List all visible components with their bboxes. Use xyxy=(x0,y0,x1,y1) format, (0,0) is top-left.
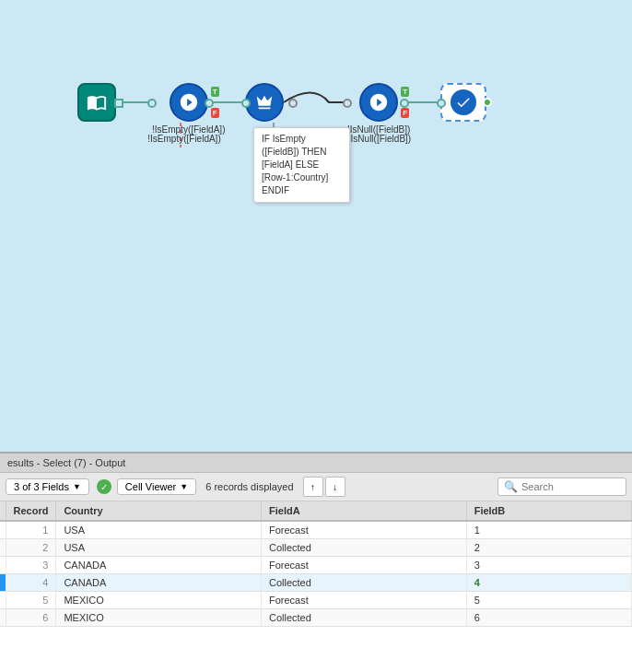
tooltip-line2: ([FieldB]) THEN xyxy=(262,146,342,159)
results-table: Record Country FieldA FieldB 1USAForecas… xyxy=(0,501,632,627)
cell-viewer-arrow: ▼ xyxy=(180,482,188,491)
cell-fieldb: 4 xyxy=(466,574,631,592)
table-header-row: Record Country FieldA FieldB xyxy=(0,501,632,521)
filter1-expr-label: !IsEmpty([FieldA]) xyxy=(143,134,226,144)
fields-selector-button[interactable]: 3 of 3 Fields ▼ xyxy=(6,478,89,495)
conn-filter1-in xyxy=(147,99,157,108)
search-icon: 🔍 xyxy=(504,480,518,493)
th-country[interactable]: Country xyxy=(56,501,262,521)
cell-fielda: Collected xyxy=(262,574,467,592)
search-input[interactable] xyxy=(521,481,620,492)
table-row[interactable]: 2USACollected2 xyxy=(0,539,632,557)
cell-country: MEXICO xyxy=(56,592,262,609)
data-table: Record Country FieldA FieldB 1USAForecas… xyxy=(0,501,632,672)
table-body: 1USAForecast12USACollected23CANADAForeca… xyxy=(0,521,632,627)
cell-record: 3 xyxy=(6,557,56,574)
tooltip-line1: IF IsEmpty xyxy=(262,133,342,146)
filter1-false-badge: F xyxy=(211,108,219,118)
cell-fielda: Collected xyxy=(262,609,467,627)
conn-filter2-out xyxy=(400,99,409,108)
cell-record: 1 xyxy=(6,521,56,539)
th-fielda[interactable]: FieldA xyxy=(262,501,467,521)
cell-fieldb: 1 xyxy=(466,521,631,539)
filter2-true-badge: T xyxy=(401,87,409,97)
cell-fieldb: 3 xyxy=(466,557,631,574)
search-box: 🔍 xyxy=(497,477,626,496)
cell-country: USA xyxy=(56,521,262,539)
cell-record: 6 xyxy=(6,609,56,627)
fields-dropdown-arrow: ▼ xyxy=(73,482,81,491)
cell-country: CANADA xyxy=(56,557,262,574)
cell-fieldb: 2 xyxy=(466,539,631,557)
cell-fielda: Forecast xyxy=(262,592,467,609)
book-node-icon xyxy=(77,83,116,122)
output-node[interactable] xyxy=(440,83,486,122)
conn-filter2-in xyxy=(343,99,352,108)
filter1-node[interactable]: T F !IsEmpty([FieldA]) xyxy=(152,83,225,136)
conn-crown-in xyxy=(241,99,251,108)
cell-record: 2 xyxy=(6,539,56,557)
th-fieldb[interactable]: FieldB xyxy=(466,501,631,521)
tooltip-line3: [FieldA] ELSE xyxy=(262,159,342,171)
cell-fielda: Forecast xyxy=(262,557,467,574)
th-record[interactable]: Record xyxy=(6,501,56,521)
nav-down-button[interactable]: ↓ xyxy=(325,477,345,497)
table-row[interactable]: 4CANADACollected4 xyxy=(0,574,632,592)
filter2-expr-label: !IsNull([FieldB]) xyxy=(338,134,421,144)
cell-country: CANADA xyxy=(56,574,262,592)
table-row[interactable]: 3CANADAForecast3 xyxy=(0,557,632,574)
cell-viewer-label: Cell Viewer xyxy=(125,481,176,492)
filter2-false-badge: F xyxy=(401,108,409,118)
results-toolbar: 3 of 3 Fields ▼ ✓ Cell Viewer ▼ 6 record… xyxy=(0,473,632,501)
cell-fielda: Collected xyxy=(262,539,467,557)
filter1-true-badge: T xyxy=(211,87,219,97)
nav-arrows-group: ↑ ↓ xyxy=(303,477,345,497)
filter2-node[interactable]: T F !IsNull([FieldB]) xyxy=(347,83,410,136)
cell-fieldb: 5 xyxy=(466,592,631,609)
results-title: esults - Select (7) - Output xyxy=(7,457,125,468)
cell-record: 5 xyxy=(6,592,56,609)
results-title-bar: esults - Select (7) - Output xyxy=(0,454,632,473)
workflow-canvas: T F !IsEmpty([FieldA]) T F !IsNull([Fiel… xyxy=(0,0,632,452)
cell-record: 4 xyxy=(6,574,56,592)
check-icon: ✓ xyxy=(97,479,111,494)
cell-fielda: Forecast xyxy=(262,521,467,539)
book-node[interactable] xyxy=(77,83,116,122)
nav-up-button[interactable]: ↑ xyxy=(303,477,323,497)
cell-viewer-button[interactable]: Cell Viewer ▼ xyxy=(117,478,196,495)
filter1-node-icon: T F xyxy=(170,83,208,122)
crown-tooltip: IF IsEmpty ([FieldB]) THEN [FieldA] ELSE… xyxy=(253,127,350,203)
conn-crown-out xyxy=(288,99,298,108)
tooltip-line4: [Row-1:Country] xyxy=(262,171,342,184)
cell-country: USA xyxy=(56,539,262,557)
output-node-icon xyxy=(440,83,486,122)
conn-output-in xyxy=(437,99,446,108)
cell-fieldb: 6 xyxy=(466,609,631,627)
crown-node[interactable] xyxy=(245,83,284,122)
conn-filter1-out xyxy=(205,99,214,108)
crown-node-icon xyxy=(245,83,284,122)
cell-country: MEXICO xyxy=(56,609,262,627)
table-row[interactable]: 5MEXICOForecast5 xyxy=(0,592,632,609)
conn-book-out xyxy=(114,99,123,108)
table-row[interactable]: 6MEXICOCollected6 xyxy=(0,609,632,627)
fields-selector-label: 3 of 3 Fields xyxy=(14,481,69,492)
connections-svg xyxy=(0,0,632,452)
table-row[interactable]: 1USAForecast1 xyxy=(0,521,632,539)
tooltip-line5: ENDIF xyxy=(262,184,342,197)
filter2-node-icon: T F xyxy=(359,83,398,122)
results-panel: esults - Select (7) - Output 3 of 3 Fiel… xyxy=(0,452,632,672)
records-count: 6 records displayed xyxy=(205,481,293,492)
